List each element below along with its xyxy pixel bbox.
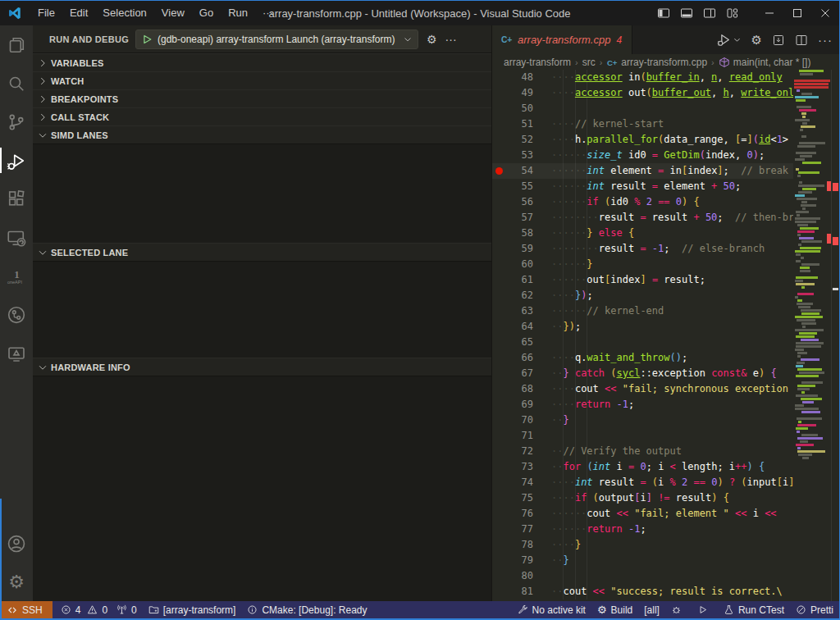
section-breakpoints[interactable]: BREAKPOINTS [33,89,491,107]
activitybar-devices-icon[interactable] [0,334,33,372]
more-actions-icon[interactable]: ··· [818,33,833,47]
breakpoint-margin[interactable] [492,350,505,366]
menu-run[interactable]: Run [221,4,255,22]
breakpoint-margin[interactable] [492,584,505,599]
breakpoint-margin[interactable] [492,366,505,381]
code-line-78[interactable]: 78····} [492,537,793,553]
breakpoint-margin[interactable] [492,506,505,522]
code-line-69[interactable]: 69····return -1; [492,397,793,413]
activitybar-oneapi-icon[interactable]: 1oneAPI [0,257,33,295]
code-line-55[interactable]: 55······int result = element + 50; [492,179,793,194]
activitybar-accounts-icon[interactable] [0,524,33,563]
code-line-79[interactable]: 79··} [492,553,793,568]
menu-edit[interactable]: Edit [62,4,95,22]
status-cmake-build[interactable]: ⚙Build [591,601,638,618]
code-line-64[interactable]: 64··}); [492,319,793,335]
toggle-secondary-sidebar-icon[interactable] [698,1,721,25]
activitybar-search-icon[interactable] [0,64,33,103]
toggle-sidebar-icon[interactable] [652,1,675,25]
status-prettier[interactable]: Pretti [790,601,839,618]
code-line-62[interactable]: 62····}); [492,288,793,303]
breakpoint-margin[interactable] [492,537,505,553]
breakpoint-margin[interactable] [492,381,505,397]
launch-config-dropdown[interactable]: (gdb-oneapi) array-transform Launch (arr… [135,30,418,49]
debug-run-icon[interactable] [717,33,731,47]
breakpoint-margin[interactable] [492,85,505,101]
run-install-icon[interactable] [772,34,785,47]
code-line-71[interactable]: 71 [492,428,793,444]
breakpoint-margin[interactable] [492,148,505,163]
code-line-49[interactable]: 49····accessor out(buffer_out, h, write_… [492,85,793,101]
code-line-73[interactable]: 73··for (int i = 0; i < length; i++) { [492,459,793,475]
code-line-50[interactable]: 50 [492,101,793,116]
breadcrumb-item[interactable]: C+array-transform.cpp [606,57,707,68]
code-line-61[interactable]: 61······out[index] = result; [492,272,793,288]
breakpoint-margin[interactable] [492,101,505,116]
activitybar-remote-explorer-icon[interactable] [0,218,33,257]
status-cmake-project[interactable]: [array-transform] [143,601,242,618]
chevron-down-icon[interactable] [733,35,742,44]
breakpoint-margin[interactable] [492,194,505,210]
tab-array-transform[interactable]: C+ array-transform.cpp 4 [492,25,632,54]
breakpoint-margin[interactable] [492,241,505,257]
status-remote-ssh[interactable]: SSH [0,601,52,618]
customize-layout-icon[interactable] [721,1,744,25]
code-line-60[interactable]: 60······} [492,257,793,272]
status-problems-warnings[interactable]: 0 [84,601,111,618]
breakpoint-margin[interactable] [492,444,505,459]
breadcrumb-item[interactable]: main(int, char * []) [719,57,811,68]
maximize-button[interactable] [783,1,811,25]
code-line-51[interactable]: 51····// kernel-start [492,116,793,132]
breakpoint-margin[interactable] [492,70,505,85]
code-line-53[interactable]: 53······size_t id0 = GetDim(index, 0); [492,148,793,163]
breadcrumb-item[interactable]: src [582,57,596,68]
code-line-80[interactable]: 80 [492,568,793,584]
toggle-panel-icon[interactable] [675,1,698,25]
close-button[interactable] [811,1,839,25]
code-line-70[interactable]: 70··} [492,413,793,428]
status-ports[interactable]: 0 [111,601,143,618]
section-selected-lane[interactable]: SELECTED LANE [33,243,491,261]
activitybar-run-and-debug-icon[interactable] [0,141,33,180]
status-ctest[interactable]: Run CTest [718,601,790,618]
breakpoint-margin[interactable] [492,288,505,303]
minimize-button[interactable] [756,1,783,25]
activitybar-settings-icon[interactable]: ⚙ [0,563,33,601]
status-cmake-run[interactable] [692,601,718,618]
status-cmake-debug[interactable] [665,601,692,618]
code-line-52[interactable]: 52····h.parallel_for(data_range, [=](id<… [492,132,793,148]
activitybar-source-control-icon[interactable] [0,103,33,141]
status-problems-errors[interactable]: 4 [57,601,84,618]
menu-selection[interactable]: Selection [95,4,153,22]
section-simd-lanes[interactable]: SIMD LANES [33,125,491,144]
code-line-59[interactable]: 59········result = -1; // else-branch [492,241,793,257]
section-variables[interactable]: VARIABLES [33,53,491,71]
code-line-77[interactable]: 77······return -1; [492,522,793,537]
breakpoint-margin[interactable] [492,335,505,350]
breakpoint-margin[interactable] [492,475,505,490]
breakpoint-margin[interactable] [492,490,505,506]
breakpoint-margin[interactable] [492,553,505,568]
status-cmake-status[interactable]: CMake: [Debug]: Ready [241,601,372,618]
code-line-63[interactable]: 63······// kernel-end [492,303,793,319]
section-hardware-info[interactable]: HARDWARE INFO [33,358,491,376]
code-line-68[interactable]: 68····cout << "fail; synchronous excepti… [492,381,793,397]
menu-file[interactable]: File [30,4,62,22]
code-line-67[interactable]: 67··} catch (sycl::exception const& e) { [492,366,793,381]
breakpoint-margin[interactable] [492,522,505,537]
breadcrumb-item[interactable]: array-transform [504,57,571,68]
minimap[interactable] [793,70,831,601]
editor-gear-icon[interactable]: ⚙ [751,33,762,48]
start-debug-icon[interactable] [141,34,153,45]
menu-view[interactable]: View [154,4,192,22]
breakpoint-margin[interactable] [492,257,505,272]
code-line-81[interactable]: 81··cout << "success; result is correct.… [492,584,793,599]
status-cmake-kit[interactable]: No active kit [512,601,591,618]
split-editor-icon[interactable] [795,34,808,47]
code-line-75[interactable]: 75····if (output[i] != result) { [492,490,793,506]
section-watch[interactable]: WATCH [33,71,491,89]
status-cmake-target[interactable]: [all] [638,601,665,618]
breakpoint-margin[interactable] [492,272,505,288]
activitybar-explorer-icon[interactable] [0,25,33,64]
code-line-66[interactable]: 66····q.wait_and_throw(); [492,350,793,366]
